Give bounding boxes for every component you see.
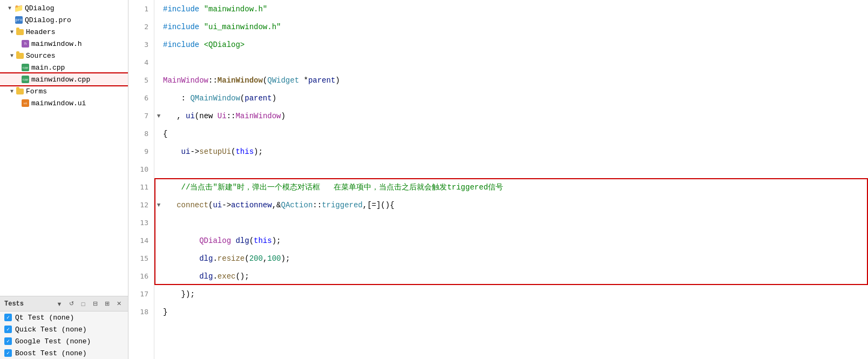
test-item-qt[interactable]: Qt Test (none)	[0, 311, 128, 323]
code-span: ,&	[272, 201, 281, 209]
code-span: ->	[190, 147, 199, 156]
test-label-quick: Quick Test (none)	[15, 326, 87, 334]
test-checkbox-boost[interactable]	[4, 349, 12, 357]
qdialog-icon: 📁	[14, 4, 23, 12]
tests-panel: Tests ▼ ↺ □ ⊟ ⊞ ✕ Qt Test (none) Quick T…	[0, 296, 128, 359]
sources-folder-icon	[16, 53, 24, 59]
line-num-11: 11	[128, 178, 154, 196]
line-num-15: 15	[128, 249, 154, 267]
tree-item-mainwindow-ui[interactable]: ui mainwindow.ui	[0, 97, 128, 109]
code-span: dlg	[199, 254, 213, 263]
code-line-13	[154, 214, 868, 232]
code-span: *	[299, 76, 308, 85]
code-span: (	[245, 254, 249, 263]
code-line-18: }	[154, 303, 868, 321]
tree-item-qdialog-pro[interactable]: pro QDialog.pro	[0, 14, 128, 26]
tree-item-main-cpp[interactable]: cpp main.cpp	[0, 62, 128, 73]
code-span: QWidget	[267, 76, 299, 85]
code-span: (	[240, 94, 245, 103]
cpp-icon-main: cpp	[22, 64, 29, 71]
code-span	[163, 254, 199, 263]
tests-label: Tests	[4, 300, 24, 308]
code-span: ,[=](){	[363, 201, 395, 209]
line12-arrow: ▼	[154, 202, 163, 208]
forms-arrow: ▼	[9, 88, 15, 94]
code-span: (	[208, 201, 213, 209]
code-span: );	[281, 254, 290, 263]
panel-tools: ▼ ↺ □ ⊟ ⊞ ✕	[55, 299, 124, 309]
tree-label-mainwindow-ui: mainwindow.ui	[31, 99, 86, 107]
code-span: parent	[308, 76, 335, 85]
line-num-18: 18	[128, 303, 154, 321]
tool-btn-1[interactable]: ↺	[66, 299, 76, 309]
tree-root-qdialog[interactable]: ▼ 📁 QDialog	[0, 2, 128, 14]
code-span: //当点击"新建"时，弹出一个模态对话框 在菜单项中，当点击之后就会触发trig…	[163, 182, 503, 192]
code-span: ,	[163, 112, 186, 120]
code-line-12: ▼ connect(ui->actionnew,&QAction::trigge…	[154, 196, 868, 214]
code-span: this	[235, 147, 254, 156]
code-span: QAction	[281, 201, 313, 209]
test-checkbox-google[interactable]	[4, 337, 12, 345]
code-line-16: dlg.exec();	[154, 267, 868, 285]
tool-btn-2[interactable]: □	[78, 299, 88, 309]
code-span: this	[254, 236, 272, 245]
tree-item-mainwindow-h[interactable]: h mainwindow.h	[0, 38, 128, 50]
code-span: dlg	[199, 272, 213, 281]
tree-item-mainwindow-cpp[interactable]: cpp mainwindow.cpp	[0, 73, 128, 85]
tree-root-label: QDialog	[25, 4, 55, 12]
tree-item-forms[interactable]: ▼ Forms	[0, 85, 128, 97]
code-span	[231, 236, 235, 245]
code-span: Ui	[218, 112, 227, 120]
code-span	[163, 147, 181, 156]
code-span: (	[263, 76, 267, 85]
tree-label-qdialog-pro: QDialog.pro	[25, 16, 71, 24]
code-line-7: ▼ , ui(new Ui::MainWindow)	[154, 107, 868, 125]
code-span: "mainwindow.h"	[204, 5, 268, 13]
line-num-6: 6	[128, 89, 154, 107]
code-span: )	[281, 112, 285, 120]
file-tree: ▼ 📁 QDialog pro QDialog.pro ▼ Headers h …	[0, 0, 128, 296]
test-item-google[interactable]: Google Test (none)	[0, 335, 128, 347]
code-line-5: MainWindow::MainWindow(QWidget *parent)	[154, 71, 868, 89]
code-span: );	[254, 147, 263, 156]
code-editor: 1 2 3 4 5 6 7 8 9 10 11 12 13 14 15 16 1…	[128, 0, 868, 359]
test-item-boost[interactable]: Boost Test (none)	[0, 347, 128, 359]
code-span: .	[213, 272, 217, 281]
code-line-14: QDialog dlg(this);	[154, 232, 868, 249]
headers-folder-icon	[16, 29, 24, 35]
code-span: MainWindow	[235, 112, 281, 120]
tree-item-headers[interactable]: ▼ Headers	[0, 26, 128, 38]
code-line-9: ui->setupUi(this);	[154, 143, 868, 160]
test-label-qt: Qt Test (none)	[15, 314, 74, 322]
headers-arrow: ▼	[9, 29, 15, 35]
code-span	[163, 201, 177, 209]
filter-button[interactable]: ▼	[55, 299, 64, 309]
line-num-2: 2	[128, 18, 154, 36]
code-span: <QDialog>	[204, 40, 245, 49]
code-line-6: : QMainWindow(parent)	[154, 89, 868, 107]
code-span: #include	[163, 5, 204, 13]
test-checkbox-qt[interactable]	[4, 314, 12, 321]
tool-btn-3[interactable]: ⊟	[90, 299, 100, 309]
tests-panel-header: Tests ▼ ↺ □ ⊟ ⊞ ✕	[0, 296, 128, 311]
tool-btn-5[interactable]: ✕	[114, 299, 124, 309]
code-span: ::	[208, 76, 218, 85]
code-span: dlg	[235, 236, 249, 245]
test-item-quick[interactable]: Quick Test (none)	[0, 323, 128, 335]
code-span: connect	[177, 201, 208, 209]
line-num-9: 9	[128, 143, 154, 160]
line-num-13: 13	[128, 214, 154, 232]
code-span	[163, 272, 199, 281]
tool-btn-4[interactable]: ⊞	[102, 299, 112, 309]
code-lines-container[interactable]: #include "mainwindow.h" #include "ui_mai…	[154, 0, 868, 359]
code-line-2: #include "ui_mainwindow.h"	[154, 18, 868, 36]
tree-item-sources[interactable]: ▼ Sources	[0, 50, 128, 62]
code-span: triggered	[322, 201, 363, 209]
code-span: MainWindow	[218, 76, 263, 85]
code-span: {	[163, 130, 167, 138]
test-checkbox-quick[interactable]	[4, 326, 12, 333]
code-span: :	[163, 94, 190, 103]
code-span: "ui_mainwindow.h"	[204, 23, 281, 31]
code-span: )	[272, 94, 276, 103]
line-num-1: 1	[128, 0, 154, 18]
